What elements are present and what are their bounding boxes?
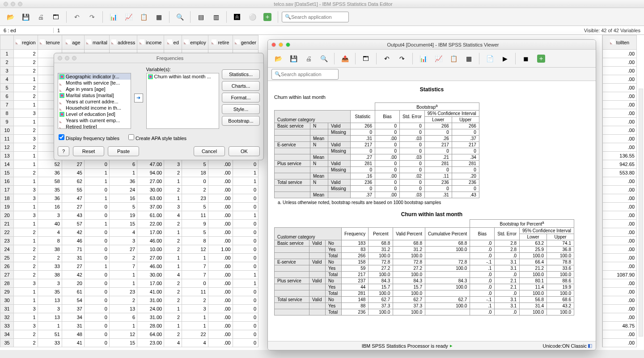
column-header-gender[interactable]: gender <box>233 35 258 50</box>
data-cell[interactable]: 16 <box>109 194 137 203</box>
data-cell[interactable]: 0 <box>84 254 109 262</box>
data-cell[interactable]: 27.00 <box>137 254 164 262</box>
data-cell[interactable]: 4 <box>164 271 182 279</box>
bootstrap-button[interactable]: Bootstrap... <box>222 116 260 126</box>
row-header[interactable]: 34 <box>0 330 14 339</box>
statistics-button[interactable]: Statistics... <box>222 69 260 79</box>
data-cell[interactable]: .00 <box>603 245 637 254</box>
paste-button[interactable]: Paste <box>108 146 139 156</box>
data-cell[interactable]: 0 <box>233 228 258 237</box>
data-cell[interactable]: 61.00 <box>137 211 164 220</box>
data-cell[interactable]: 2 <box>164 279 182 288</box>
data-cell[interactable]: 3 <box>109 237 137 245</box>
data-cell[interactable]: 41.00 <box>137 288 164 296</box>
data-cell[interactable]: .00 <box>208 220 233 228</box>
data-cell[interactable]: 1 <box>182 322 208 330</box>
data-cell[interactable]: 31 <box>62 254 84 262</box>
data-cell[interactable]: 33 <box>38 339 62 347</box>
data-cell[interactable]: 1 <box>38 322 62 330</box>
data-cell[interactable]: .00 <box>208 330 233 339</box>
row-header[interactable]: 9 <box>0 118 14 126</box>
data-cell[interactable]: .00 <box>603 194 637 203</box>
data-cell[interactable]: 3 <box>14 279 38 288</box>
viewer-preview-button[interactable]: 🔍 <box>317 52 330 65</box>
data-cell[interactable]: .00 <box>603 262 637 271</box>
data-cell[interactable]: 5 <box>109 203 137 211</box>
source-variable-item[interactable]: Geographic indicator [r... <box>58 73 131 80</box>
data-cell[interactable]: 4 <box>164 211 182 220</box>
row-header[interactable]: 4 <box>0 75 14 84</box>
insert-variable-button[interactable]: ▥ <box>209 10 223 24</box>
data-cell[interactable]: 1 <box>84 262 109 271</box>
data-cell[interactable]: 15 <box>109 339 137 347</box>
save-button[interactable]: 💾 <box>19 10 32 24</box>
data-cell[interactable]: 1 <box>14 296 38 305</box>
data-cell[interactable]: 1 <box>164 177 182 186</box>
data-cell[interactable]: 2 <box>14 84 38 92</box>
data-cell[interactable]: 64.00 <box>137 330 164 339</box>
data-cell[interactable]: 19 <box>109 211 137 220</box>
data-cell[interactable]: 0 <box>233 313 258 322</box>
data-cell[interactable]: 35 <box>38 288 62 296</box>
data-cell[interactable]: 28.00 <box>137 322 164 330</box>
row-header[interactable]: 26 <box>0 262 14 271</box>
cancel-button[interactable]: Cancel <box>194 146 225 156</box>
source-variable-item[interactable]: Years at current addre... <box>58 98 131 105</box>
row-header[interactable]: 6 <box>0 92 14 101</box>
data-cell[interactable]: 1 <box>84 220 109 228</box>
data-cell[interactable]: 1 <box>14 313 38 322</box>
source-variable-item[interactable]: Age in years [age] <box>58 86 131 92</box>
data-cell[interactable]: 46.00 <box>137 237 164 245</box>
data-cell[interactable]: 1 <box>233 211 258 220</box>
data-cell[interactable]: 0 <box>182 279 208 288</box>
data-cell[interactable]: 2 <box>164 237 182 245</box>
data-cell[interactable]: .00 <box>603 296 637 305</box>
data-cell[interactable]: 1 <box>84 177 109 186</box>
data-cell[interactable]: 0 <box>233 237 258 245</box>
data-cell[interactable]: .00 <box>603 109 637 118</box>
help-button[interactable]: ? <box>58 146 69 156</box>
data-cell[interactable]: 42 <box>62 271 84 279</box>
ok-button[interactable]: OK <box>229 146 260 156</box>
data-cell[interactable]: 1 <box>109 271 137 279</box>
data-cell[interactable]: .00 <box>603 203 637 211</box>
row-header[interactable]: 13 <box>0 152 14 160</box>
data-cell[interactable]: 0 <box>84 271 109 279</box>
data-cell[interactable]: 0 <box>84 186 109 194</box>
viewer-recall-button[interactable]: 🗔 <box>359 52 373 65</box>
data-cell[interactable]: 18 <box>182 169 208 177</box>
data-cell[interactable]: 0 <box>84 288 109 296</box>
data-cell[interactable]: 27 <box>62 203 84 211</box>
data-cell[interactable]: .00 <box>208 271 233 279</box>
data-cell[interactable]: .00 <box>603 220 637 228</box>
data-cell[interactable]: 0 <box>233 288 258 296</box>
source-variable-item[interactable]: Retired [retire] <box>58 124 131 129</box>
data-cell[interactable]: 1 <box>233 271 258 279</box>
data-cell[interactable]: .00 <box>208 313 233 322</box>
cell-reference[interactable]: 6 : ed <box>0 28 54 33</box>
data-cell[interactable]: .00 <box>603 92 637 101</box>
data-cell[interactable]: .00 <box>603 305 637 313</box>
data-cell[interactable]: 24 <box>109 186 137 194</box>
data-cell[interactable]: 37.00 <box>137 203 164 211</box>
data-cell[interactable]: .00 <box>208 160 233 169</box>
data-cell[interactable]: .00 <box>208 339 233 347</box>
viewer-close-icon[interactable] <box>271 43 276 47</box>
data-cell[interactable]: 47 <box>62 194 84 203</box>
data-cell[interactable]: 2 <box>38 254 62 262</box>
data-cell[interactable]: 3 <box>38 305 62 313</box>
row-header[interactable]: 14 <box>0 160 14 169</box>
column-header-employ[interactable]: employ <box>182 35 208 50</box>
data-cell[interactable]: 0 <box>233 305 258 313</box>
data-cell[interactable]: 22 <box>182 330 208 339</box>
data-cell[interactable]: .00 <box>208 254 233 262</box>
data-cell[interactable]: 0 <box>233 203 258 211</box>
data-cell[interactable]: .00 <box>208 203 233 211</box>
data-cell[interactable]: 54 <box>62 296 84 305</box>
data-cell[interactable]: 23 <box>182 194 208 203</box>
data-cell[interactable]: 0 <box>84 203 109 211</box>
data-cell[interactable]: 0 <box>233 186 258 194</box>
data-cell[interactable]: 1 <box>14 177 38 186</box>
data-cell[interactable]: 1 <box>233 177 258 186</box>
data-cell[interactable]: .00 <box>208 194 233 203</box>
